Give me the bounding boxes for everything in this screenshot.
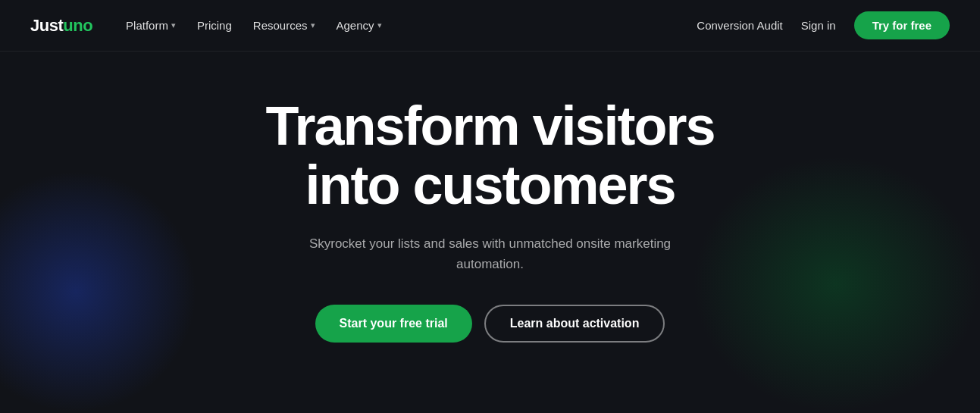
chevron-down-icon-resources: ▾ — [311, 20, 315, 30]
chevron-down-icon: ▾ — [171, 20, 176, 30]
nav-item-resources[interactable]: Resources ▾ — [244, 13, 324, 38]
nav-label-resources: Resources — [253, 19, 308, 32]
hero-subtitle: Skyrocket your lists and sales with unma… — [293, 233, 687, 274]
logo[interactable]: Justuno — [30, 16, 92, 36]
chevron-down-icon-agency: ▾ — [377, 20, 382, 30]
navbar: Justuno Platform ▾ Pricing Resources ▾ A… — [0, 0, 980, 52]
hero-title: Transform visitors into customers — [265, 97, 714, 215]
try-for-free-button[interactable]: Try for free — [854, 11, 950, 39]
logo-uno: uno — [63, 16, 92, 36]
hero-buttons: Start your free trial Learn about activa… — [315, 305, 665, 343]
start-free-trial-button[interactable]: Start your free trial — [315, 305, 472, 343]
nav-left: Justuno Platform ▾ Pricing Resources ▾ A… — [30, 13, 391, 38]
nav-label-platform: Platform — [126, 19, 168, 32]
nav-label-agency: Agency — [337, 19, 374, 32]
learn-about-activation-button[interactable]: Learn about activation — [484, 305, 665, 343]
hero-title-line1: Transform visitors — [265, 95, 714, 156]
nav-link-sign-in[interactable]: Sign in — [801, 19, 836, 32]
nav-item-pricing[interactable]: Pricing — [188, 13, 241, 38]
logo-just: Just — [30, 16, 63, 36]
nav-link-conversion-audit[interactable]: Conversion Audit — [697, 19, 782, 32]
hero-section: Transform visitors into customers Skyroc… — [0, 52, 980, 373]
nav-item-agency[interactable]: Agency ▾ — [327, 13, 391, 38]
nav-item-platform[interactable]: Platform ▾ — [117, 13, 185, 38]
nav-right: Conversion Audit Sign in Try for free — [697, 11, 950, 39]
nav-items: Platform ▾ Pricing Resources ▾ Agency ▾ — [117, 13, 390, 38]
nav-label-pricing: Pricing — [197, 19, 232, 32]
hero-title-line2: into customers — [305, 155, 675, 215]
